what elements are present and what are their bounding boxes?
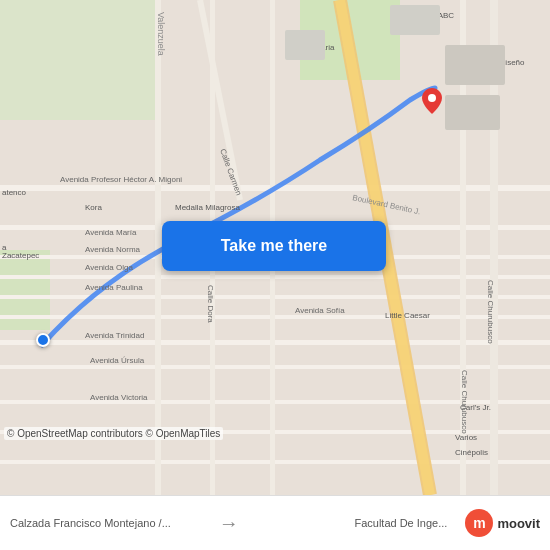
svg-rect-15 xyxy=(155,0,161,495)
svg-text:Calle Dora: Calle Dora xyxy=(206,285,215,323)
bottom-bar: Calzada Francisco Montejano /... → Facul… xyxy=(0,495,550,550)
from-label: Calzada Francisco Montejano /... xyxy=(10,517,209,529)
route-to: Facultad De Inge... xyxy=(249,517,448,529)
svg-text:Avenida María: Avenida María xyxy=(85,228,137,237)
svg-text:Varios: Varios xyxy=(455,433,477,442)
to-label: Facultad De Inge... xyxy=(354,517,447,529)
svg-text:Avenida Sofía: Avenida Sofía xyxy=(295,306,345,315)
svg-rect-54 xyxy=(285,30,325,60)
svg-text:Avenida Trinidad: Avenida Trinidad xyxy=(85,331,144,340)
svg-text:Valenzuela: Valenzuela xyxy=(156,12,166,56)
svg-text:Zacatepec: Zacatepec xyxy=(2,251,39,260)
svg-rect-56 xyxy=(445,45,505,85)
svg-text:Little Caesar: Little Caesar xyxy=(385,311,430,320)
moovit-icon: m xyxy=(465,509,493,537)
svg-text:Medalla Milagrosa: Medalla Milagrosa xyxy=(175,203,240,212)
destination-pin xyxy=(422,88,442,114)
moovit-text: moovit xyxy=(497,516,540,531)
svg-text:Avenida Paulina: Avenida Paulina xyxy=(85,283,143,292)
map-attribution: © OpenStreetMap contributors © OpenMapTi… xyxy=(4,427,223,440)
svg-text:Avenida Úrsula: Avenida Úrsula xyxy=(90,356,145,365)
moovit-logo: m moovit xyxy=(465,509,540,537)
take-me-there-button[interactable]: Take me there xyxy=(162,221,386,271)
svg-text:atenco: atenco xyxy=(2,188,27,197)
svg-text:Avenida Victoria: Avenida Victoria xyxy=(90,393,148,402)
map-area: Valenzuela Avenida Profesor Héctor A. Mi… xyxy=(0,0,550,495)
origin-dot xyxy=(36,333,50,347)
svg-text:Avenida Profesor Héctor A. Mig: Avenida Profesor Héctor A. Migoni xyxy=(60,175,182,184)
svg-rect-1 xyxy=(0,0,160,120)
route-from: Calzada Francisco Montejano /... xyxy=(10,517,209,529)
svg-text:Avenida Olga: Avenida Olga xyxy=(85,263,133,272)
svg-rect-55 xyxy=(390,5,440,35)
svg-text:Kora: Kora xyxy=(85,203,102,212)
svg-point-58 xyxy=(428,94,436,102)
svg-text:Calle Churubusco: Calle Churubusco xyxy=(486,280,495,344)
svg-text:Avenida Norma: Avenida Norma xyxy=(85,245,141,254)
route-arrow-icon: → xyxy=(219,512,239,535)
svg-text:Carl's Jr.: Carl's Jr. xyxy=(460,403,491,412)
svg-text:Cinépolis: Cinépolis xyxy=(455,448,488,457)
app-container: Valenzuela Avenida Profesor Héctor A. Mi… xyxy=(0,0,550,550)
svg-rect-57 xyxy=(445,95,500,130)
